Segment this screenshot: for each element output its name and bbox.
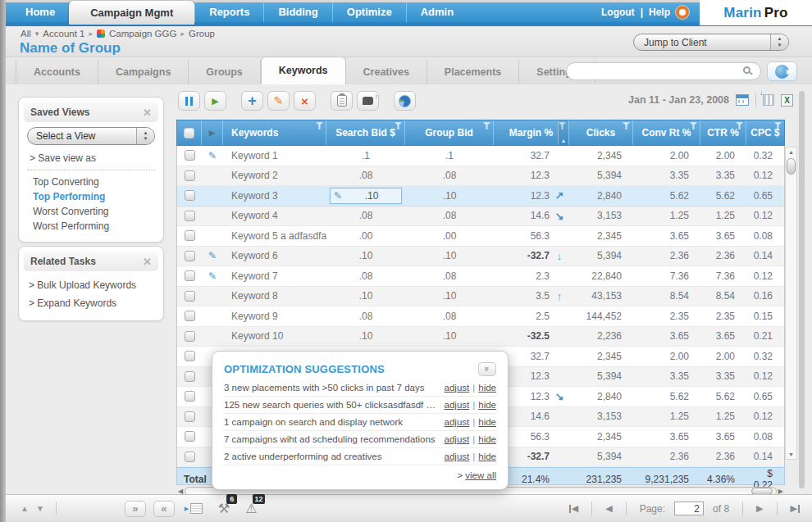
logout-link[interactable]: Logout <box>601 7 635 18</box>
col-header-margin[interactable]: Margin %▲ <box>494 120 569 145</box>
sort-asc-icon[interactable]: ▲ <box>558 120 568 145</box>
close-icon[interactable]: ✕ <box>143 256 152 268</box>
calendar-icon[interactable] <box>736 94 749 106</box>
filter-icon[interactable] <box>395 122 402 129</box>
side-panel-icon[interactable] <box>190 503 203 514</box>
view-worst-performing[interactable]: Worst Performing <box>19 219 163 234</box>
date-range-label[interactable]: Jan 11 - Jan 23, 2008 <box>628 94 729 106</box>
edit-button[interactable]: ✎ <box>267 91 290 111</box>
row-checkbox[interactable] <box>185 351 195 361</box>
row-checkbox[interactable] <box>185 331 195 342</box>
filter-icon[interactable] <box>623 122 630 129</box>
search-box[interactable] <box>566 62 761 80</box>
col-header-group-bid[interactable]: Group Bid <box>405 120 494 145</box>
vertical-scroll-thumb[interactable] <box>787 158 796 175</box>
prev-page-button[interactable]: ◀ <box>605 503 612 514</box>
col-header-conv-rt[interactable]: Conv Rt % <box>633 120 700 145</box>
row-checkbox[interactable] <box>185 270 195 281</box>
select-stepper-icon[interactable]: ▲▼ <box>770 34 788 50</box>
row-checkbox[interactable] <box>185 291 195 302</box>
row-checkbox[interactable] <box>185 170 195 181</box>
col-header-ctr[interactable]: CTR % <box>700 120 746 145</box>
copy-button[interactable] <box>331 91 353 111</box>
filter-icon[interactable] <box>316 122 323 129</box>
pause-button[interactable] <box>178 91 200 111</box>
close-icon[interactable]: ✕ <box>143 107 152 119</box>
select-stepper-icon[interactable]: ▲▼ <box>136 128 154 144</box>
view-all-link[interactable]: view all <box>465 470 496 480</box>
search-input[interactable] <box>577 65 741 78</box>
search-icon[interactable] <box>743 66 750 74</box>
table-row[interactable]: Keyword 10.10.10-32.52,2363.653.650.21 <box>177 327 784 347</box>
table-row[interactable]: ✎Keyword 6.10.10-32.7↓5,3942.362.360.14 <box>177 247 784 267</box>
scroll-down-arrow-icon[interactable]: ▼ <box>786 452 796 457</box>
hide-link[interactable]: hide <box>478 434 496 444</box>
nav-campaign-mgmt[interactable]: Campaign Mgmt <box>69 1 194 25</box>
col-header-search-bid[interactable]: Search Bid $ <box>326 120 405 145</box>
bid-edit-value[interactable]: .10 <box>342 190 401 202</box>
next-page-button[interactable]: ▶ <box>756 503 763 514</box>
hide-link[interactable]: hide <box>478 400 496 410</box>
row-checkbox[interactable] <box>185 411 195 422</box>
alerts-button[interactable]: ⚠12 <box>245 501 257 516</box>
rewind-button[interactable]: « <box>153 501 175 517</box>
table-row[interactable]: Keyword 9.08.082.5144,4522.352.350.15 <box>177 306 784 327</box>
nav-home[interactable]: Home <box>11 2 69 22</box>
pencil-icon[interactable]: ✎ <box>208 250 217 261</box>
col-header-cpc[interactable]: CPC $ <box>746 120 784 145</box>
add-keyword-button[interactable]: + <box>241 91 263 111</box>
select-all-checkbox[interactable] <box>184 128 194 138</box>
page-input[interactable] <box>674 502 704 515</box>
hide-link[interactable]: hide <box>478 452 496 461</box>
task-expand-keywords[interactable]: > Expand Keywords <box>19 294 163 312</box>
adjust-link[interactable]: adjust <box>445 417 470 427</box>
table-row[interactable]: Keyword 4.08.0814.6↘3,1531.251.250.12 <box>177 207 784 227</box>
first-page-button[interactable]: ◀ <box>568 503 578 514</box>
breadcrumb-all[interactable]: All <box>21 29 31 39</box>
delete-button[interactable]: × <box>294 91 316 111</box>
table-row[interactable]: Keyword 2.08.0812.35,3943.353.350.12 <box>177 166 784 187</box>
pencil-icon[interactable]: ✎ <box>208 150 217 161</box>
row-checkbox[interactable] <box>185 230 195 241</box>
task-bulk-upload-keywords[interactable]: > Bulk Upload Keywords <box>19 276 163 294</box>
hide-link[interactable]: hide <box>478 417 496 427</box>
row-checkbox[interactable] <box>185 431 195 442</box>
hide-link[interactable]: hide <box>478 383 496 393</box>
bulk-edit-button[interactable] <box>357 91 379 111</box>
view-top-converting[interactable]: Top Converting <box>19 175 163 189</box>
table-row[interactable]: Keyword 8.10.103.5↑43,1538.548.540.16 <box>177 287 784 307</box>
view-top-performing[interactable]: Top Performing <box>19 189 163 204</box>
row-checkbox[interactable] <box>185 371 195 382</box>
table-row[interactable]: ✎Keyword 1.1.132.72,3452.002.000.32 <box>177 146 784 166</box>
window-scrollbar[interactable] <box>799 91 805 488</box>
chart-button[interactable] <box>394 91 416 111</box>
lifebuoy-icon[interactable] <box>676 6 689 19</box>
breadcrumb-campaign[interactable]: Campaign GGG <box>109 29 176 39</box>
row-checkbox[interactable] <box>185 311 195 321</box>
collapse-button[interactable]: » <box>478 362 496 376</box>
bid-edit-box[interactable]: ✎.10 <box>330 188 402 204</box>
col-header-keywords[interactable]: Keywords <box>223 120 326 145</box>
select-view-dropdown[interactable]: Select a View ▲▼ <box>27 127 155 145</box>
row-checkbox[interactable] <box>185 190 195 201</box>
adjust-link[interactable]: adjust <box>445 383 470 393</box>
tools-button[interactable]: ⚒6 <box>218 501 230 516</box>
help-link[interactable]: Help <box>649 7 670 18</box>
breadcrumb-group[interactable]: Group <box>189 29 215 39</box>
global-search-button[interactable] <box>767 61 797 81</box>
tab-keywords[interactable]: Keywords <box>261 57 346 84</box>
row-checkbox[interactable] <box>185 391 195 402</box>
excel-export-icon[interactable] <box>781 94 793 107</box>
move-up-button[interactable]: ▲ <box>21 504 29 513</box>
nav-reports[interactable]: Reports <box>194 2 263 22</box>
table-row[interactable]: Keyword 3✎.10.1012.3↗2,8405.625.620.65 <box>177 186 784 207</box>
nav-bidding[interactable]: Bidding <box>263 2 331 22</box>
row-checkbox[interactable] <box>185 452 195 462</box>
adjust-link[interactable]: adjust <box>445 434 470 444</box>
fast-forward-button[interactable]: » <box>125 501 146 517</box>
scroll-up-arrow-icon[interactable]: ▲ <box>786 149 796 155</box>
move-down-button[interactable]: ▼ <box>36 504 44 513</box>
tab-accounts[interactable]: Accounts <box>16 60 98 84</box>
tab-creatives[interactable]: Creatives <box>346 60 427 84</box>
row-checkbox[interactable] <box>185 211 195 221</box>
